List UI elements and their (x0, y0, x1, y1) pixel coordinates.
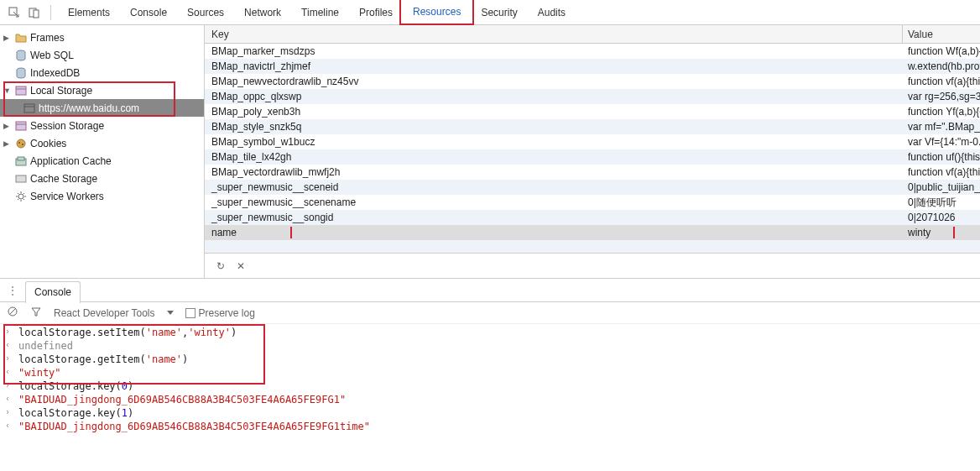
sidebar-cookies[interactable]: ▶Cookies (0, 134, 204, 152)
tab-console[interactable]: Console (120, 0, 177, 25)
svg-rect-16 (16, 175, 26, 182)
table-row[interactable]: namewinty (205, 225, 980, 240)
header-value[interactable]: Value (903, 25, 980, 43)
table-row[interactable]: BMap_oppc_qlxswpvar rg=256,sg=3 (205, 89, 980, 104)
table-row[interactable]: BMap_marker_msdzpsfunction Wf(a,b){ (205, 44, 980, 59)
console-line[interactable]: ‹undefined (0, 339, 980, 353)
delete-icon[interactable]: ✕ (237, 260, 245, 272)
gear-icon (15, 191, 27, 202)
cache-icon (15, 173, 27, 185)
storage-header: Key Value (205, 25, 980, 44)
table-row[interactable]: BMap_newvectordrawlib_nz45vvfunction vf(… (205, 74, 980, 89)
table-row[interactable]: _super_newmusic__songid0|2071026 (205, 210, 980, 225)
folder-icon (15, 32, 27, 44)
tab-network[interactable]: Network (234, 0, 291, 25)
table-row[interactable]: BMap_tile_lx42ghfunction uf(){this (205, 149, 980, 165)
table-row[interactable]: BMap_vectordrawlib_mwfj2hfunction vf(a){… (205, 165, 980, 180)
svg-point-11 (17, 139, 25, 148)
console-toolbar: React Developer Tools Preserve log (0, 302, 980, 324)
svg-rect-9 (16, 122, 26, 130)
storage-rows: BMap_marker_msdzpsfunction Wf(a,b){BMap_… (205, 44, 980, 253)
refresh-icon[interactable]: ↻ (216, 260, 225, 272)
console-line[interactable]: ‹"BAIDUAD_jingdong_6D69AB546CB88A3B4C503… (0, 393, 980, 406)
tab-timeline[interactable]: Timeline (291, 0, 349, 25)
sidebar-application-cache[interactable]: Application Cache (0, 152, 204, 170)
sidebar-origin[interactable]: https://www.baidu.com (0, 99, 204, 117)
svg-rect-5 (16, 86, 26, 95)
console-line[interactable]: ›localStorage.setItem('name','winty') (0, 326, 980, 339)
storage-icon (15, 120, 27, 132)
table-row[interactable]: _super_newmusic__sceneid0|public_tuijian… (205, 180, 980, 195)
clear-console-icon[interactable] (7, 306, 18, 320)
origin-icon (23, 102, 35, 114)
sidebar-web-sql[interactable]: Web SQL (0, 46, 204, 64)
table-row[interactable]: BMap_symbol_w1buczvar Vf={14:"m-0. (205, 134, 980, 149)
table-row[interactable]: BMap_navictrl_zhjmefw.extend(hb.prot (205, 59, 980, 74)
console-line[interactable]: ›localStorage.getItem('name') (0, 353, 980, 366)
appcache-icon (15, 155, 27, 167)
table-row (205, 240, 980, 253)
storage-footer: ↻ ✕ (205, 253, 980, 278)
table-row[interactable]: BMap_style_snzk5qvar mf=".BMap_n (205, 119, 980, 134)
db-icon (15, 67, 27, 79)
storage-icon (15, 85, 27, 97)
inspect-icon[interactable] (5, 3, 23, 22)
console-line[interactable]: ‹"BAIDUAD_jingdong_6D69AB546CB88A3B4C503… (0, 420, 980, 433)
tab-sources[interactable]: Sources (177, 0, 234, 25)
cookie-icon (15, 138, 27, 149)
svg-rect-7 (24, 104, 34, 113)
filter-icon[interactable] (30, 306, 42, 320)
svg-rect-15 (18, 157, 24, 160)
dropdown-icon[interactable] (167, 311, 174, 315)
console-line[interactable]: ›localStorage.key(1) (0, 406, 980, 420)
device-icon[interactable] (25, 3, 44, 22)
resources-sidebar: ▶FramesWeb SQLIndexedDB▼Local Storagehtt… (0, 25, 205, 278)
tab-audits[interactable]: Audits (528, 0, 576, 25)
drawer-tabbar: ⋮ Console (0, 279, 980, 302)
svg-point-17 (18, 194, 23, 199)
sidebar-cache-storage[interactable]: Cache Storage (0, 170, 204, 187)
console-line[interactable]: ‹"winty" (0, 366, 980, 379)
db-icon (15, 50, 27, 61)
drawer-menu-icon[interactable]: ⋮ (7, 284, 18, 297)
storage-panel: Key Value BMap_marker_msdzpsfunction Wf(… (205, 25, 980, 278)
tab-resources[interactable]: Resources (403, 0, 471, 25)
sidebar-local-storage[interactable]: ▼Local Storage (0, 81, 204, 99)
table-row[interactable]: _super_newmusic__scenename0|随便听听 (205, 195, 980, 210)
devtools-tabbar: ElementsConsoleSourcesNetworkTimelinePro… (0, 0, 980, 25)
sidebar-session-storage[interactable]: ▶Session Storage (0, 117, 204, 134)
svg-line-19 (9, 308, 16, 315)
sidebar-frames[interactable]: ▶Frames (0, 29, 204, 46)
svg-point-12 (18, 142, 20, 144)
sidebar-indexeddb[interactable]: IndexedDB (0, 64, 204, 81)
main-panel: ▶FramesWeb SQLIndexedDB▼Local Storagehtt… (0, 25, 980, 279)
context-select[interactable]: React Developer Tools (54, 307, 155, 319)
console-tab[interactable]: Console (25, 281, 81, 303)
tab-profiles[interactable]: Profiles (349, 0, 403, 25)
console-output: ›localStorage.setItem('name','winty')‹un… (0, 324, 980, 435)
sidebar-service-workers[interactable]: Service Workers (0, 187, 204, 205)
table-row[interactable]: BMap_poly_xenb3hfunction Yf(a,b){e (205, 104, 980, 119)
tab-security[interactable]: Security (471, 0, 527, 25)
tab-elements[interactable]: Elements (58, 0, 120, 25)
header-key[interactable]: Key (205, 25, 903, 43)
console-line[interactable]: ›localStorage.key(0) (0, 379, 980, 393)
divider (50, 5, 51, 20)
svg-rect-2 (34, 10, 39, 18)
svg-point-13 (22, 144, 23, 145)
preserve-log-checkbox[interactable]: Preserve log (185, 307, 255, 319)
